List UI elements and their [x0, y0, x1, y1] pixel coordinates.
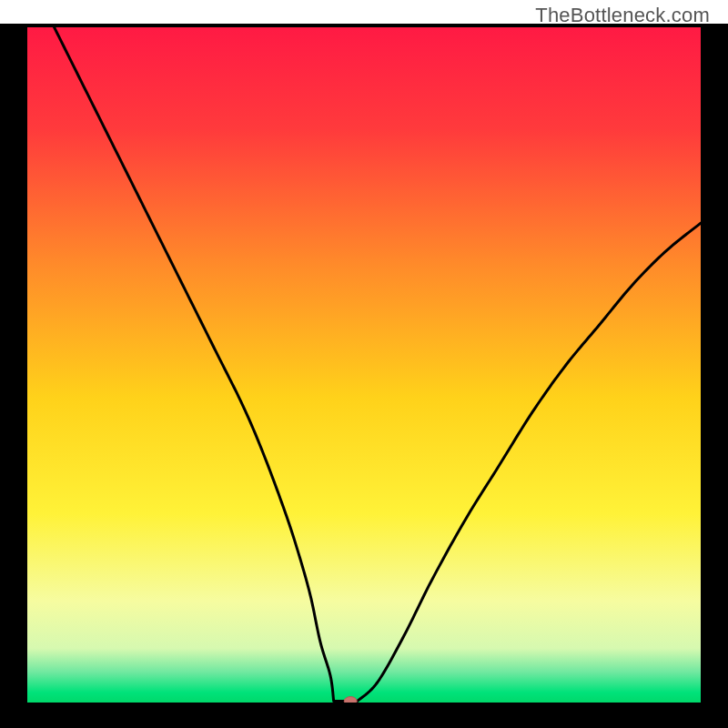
chart-background: [27, 27, 701, 703]
frame-top: [0, 24, 728, 27]
frame-bottom: [0, 703, 728, 728]
frame-left: [0, 27, 27, 728]
header-strip: [0, 0, 728, 24]
frame-right: [701, 27, 728, 728]
bottleneck-curve-chart: [0, 0, 728, 728]
